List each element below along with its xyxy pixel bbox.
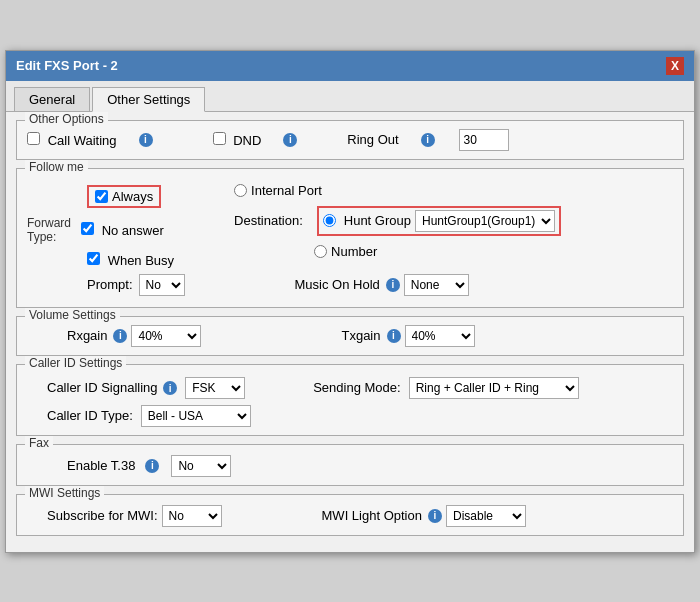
dnd-label[interactable]: DND: [213, 132, 262, 148]
signalling-info-icon: i: [163, 381, 177, 395]
dialog-title: Edit FXS Port - 2: [16, 58, 118, 73]
fax-title: Fax: [25, 436, 53, 450]
no-answer-checkbox[interactable]: [81, 222, 94, 235]
subscribe-select[interactable]: NoYes: [162, 505, 222, 527]
txgain-select[interactable]: 40%10%20%30%50%: [405, 325, 475, 347]
music-on-hold-label: Music On Hold: [295, 277, 380, 292]
caller-id-signalling-label: Caller ID Signalling i: [47, 380, 177, 396]
forward-type-label: ForwardType:: [27, 216, 71, 244]
ring-out-input[interactable]: [459, 129, 509, 151]
txgain-label: Txgain: [341, 328, 380, 343]
ring-out-label: Ring Out: [347, 132, 398, 147]
rxgain-select[interactable]: 40%10%20%30%50%: [131, 325, 201, 347]
music-on-hold-info-icon: i: [386, 278, 400, 292]
dnd-info-icon: i: [283, 133, 297, 147]
internal-port-label[interactable]: Internal Port: [234, 183, 561, 198]
other-options-section: Other Options Call Waiting i DND i Ring …: [16, 120, 684, 160]
title-bar: Edit FXS Port - 2 X: [6, 51, 694, 81]
subscribe-label: Subscribe for MWI:: [47, 508, 158, 523]
mwi-row: Subscribe for MWI: NoYes MWI Light Optio…: [27, 505, 673, 527]
call-waiting-label[interactable]: Call Waiting: [27, 132, 117, 148]
music-on-hold-select[interactable]: None Music1: [404, 274, 469, 296]
fax-section: Fax Enable T.38 i NoYes: [16, 444, 684, 486]
call-waiting-info-icon: i: [139, 133, 153, 147]
dnd-checkbox[interactable]: [213, 132, 226, 145]
enable-t38-label: Enable T.38: [67, 458, 135, 473]
when-busy-label[interactable]: When Busy: [87, 253, 174, 268]
mwi-light-select[interactable]: DisableEnable: [446, 505, 526, 527]
always-label: Always: [112, 189, 153, 204]
ring-out-info-icon: i: [421, 133, 435, 147]
destination-label: Destination:: [234, 213, 303, 228]
hunt-group-radio[interactable]: [323, 214, 336, 227]
tab-other-settings[interactable]: Other Settings: [92, 87, 205, 112]
other-options-title: Other Options: [25, 112, 108, 126]
mwi-light-option-label: MWI Light Option: [322, 508, 422, 523]
rxgain-info-icon: i: [113, 329, 127, 343]
follow-me-inner: Always ForwardType: No answer: [27, 177, 673, 296]
caller-id-type-label: Caller ID Type:: [47, 408, 133, 423]
volume-settings-title: Volume Settings: [25, 308, 120, 322]
prompt-select[interactable]: No Yes: [139, 274, 185, 296]
mwi-settings-title: MWI Settings: [25, 486, 104, 500]
caller-id-type-select[interactable]: Bell - USAETSINTT: [141, 405, 251, 427]
sending-mode-label: Sending Mode:: [313, 380, 400, 395]
mwi-light-info-icon: i: [428, 509, 442, 523]
call-waiting-checkbox[interactable]: [27, 132, 40, 145]
number-radio[interactable]: [314, 245, 327, 258]
hunt-group-select[interactable]: HuntGroup1(Group1) HuntGroup2: [415, 210, 555, 232]
enable-t38-info-icon: i: [145, 459, 159, 473]
sending-mode-select[interactable]: Ring + Caller ID + Ring Caller ID Only R…: [409, 377, 579, 399]
always-highlighted-box: Always: [87, 185, 161, 208]
caller-id-settings-title: Caller ID Settings: [25, 356, 126, 370]
other-options-row: Call Waiting i DND i Ring Out i: [27, 129, 673, 151]
always-checkbox[interactable]: [95, 190, 108, 203]
settings-content: Other Options Call Waiting i DND i Ring …: [6, 112, 694, 552]
follow-me-section: Follow me Always: [16, 168, 684, 308]
dialog: Edit FXS Port - 2 X General Other Settin…: [5, 50, 695, 553]
when-busy-checkbox[interactable]: [87, 252, 100, 265]
tab-bar: General Other Settings: [6, 81, 694, 112]
txgain-info-icon: i: [387, 329, 401, 343]
no-answer-label[interactable]: No answer: [81, 222, 164, 238]
rxgain-label: Rxgain: [67, 328, 107, 343]
prompt-music-row: Prompt: No Yes Music On Hold i None Musi…: [27, 274, 673, 296]
number-label[interactable]: Number: [314, 244, 561, 259]
enable-t38-select[interactable]: NoYes: [171, 455, 231, 477]
close-button[interactable]: X: [666, 57, 684, 75]
volume-row: Rxgain i 40%10%20%30%50% Txgain i 40%10%…: [27, 325, 673, 347]
fax-row: Enable T.38 i NoYes: [67, 455, 673, 477]
destination-row: Destination: Hunt Group HuntGroup1(Group…: [234, 206, 561, 236]
prompt-label: Prompt:: [87, 277, 133, 292]
hunt-group-highlighted-box: Hunt Group HuntGroup1(Group1) HuntGroup2: [317, 206, 561, 236]
volume-settings-section: Volume Settings Rxgain i 40%10%20%30%50%…: [16, 316, 684, 356]
tab-general[interactable]: General: [14, 87, 90, 111]
mwi-settings-section: MWI Settings Subscribe for MWI: NoYes MW…: [16, 494, 684, 536]
signalling-select[interactable]: FSKDTMFV23: [185, 377, 245, 399]
follow-me-title: Follow me: [25, 160, 88, 174]
caller-id-settings-section: Caller ID Settings Caller ID Signalling …: [16, 364, 684, 436]
internal-port-radio[interactable]: [234, 184, 247, 197]
